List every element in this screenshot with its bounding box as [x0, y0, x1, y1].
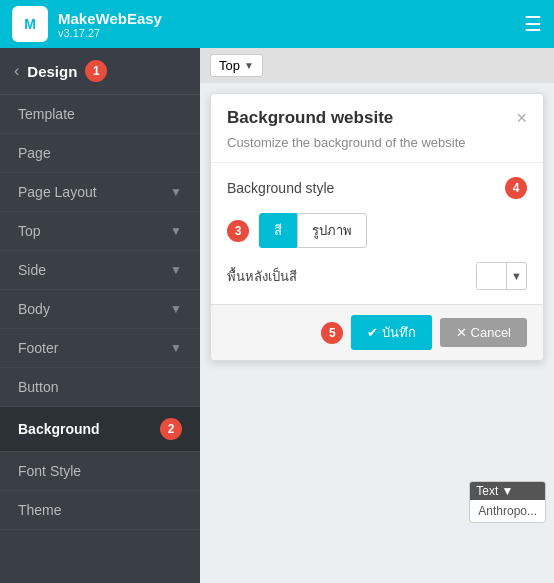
background-style-label: Background style: [227, 180, 495, 196]
style-image-button[interactable]: รูปภาพ: [297, 213, 367, 248]
color-dropdown-icon[interactable]: ▼: [507, 270, 526, 282]
arrow-icon: ▼: [170, 224, 182, 238]
dropdown-arrow-icon: ▼: [244, 60, 254, 71]
background-style-row: Background style 4: [227, 177, 527, 199]
main-layout: ‹ Design 1 Template Page Page Layout ▼ T…: [0, 48, 554, 583]
brand-version: v3.17.27: [58, 27, 162, 39]
text-widget-header: Text ▼: [470, 482, 545, 500]
sidebar: ‹ Design 1 Template Page Page Layout ▼ T…: [0, 48, 200, 583]
modal-footer: 5 ✔ บันทึก ✕ Cancel: [211, 304, 543, 360]
menu-icon[interactable]: ☰: [524, 12, 542, 36]
top-bar: Top ▼: [200, 48, 554, 83]
modal-subtitle: Customize the background of the website: [211, 135, 543, 163]
sidebar-item-button[interactable]: Button: [0, 368, 200, 407]
app-logo: M: [12, 6, 48, 42]
modal-title: Background website: [227, 108, 393, 128]
save-button[interactable]: ✔ บันทึก: [351, 315, 432, 350]
badge-4: 4: [505, 177, 527, 199]
brand-info: MakeWebEasy v3.17.27: [58, 10, 162, 39]
arrow-icon: ▼: [170, 302, 182, 316]
background-modal: Background website × Customize the backg…: [210, 93, 544, 361]
sidebar-item-background[interactable]: Background 2: [0, 407, 200, 452]
bg-color-row: พื้นหลังเป็นสี ▼: [227, 262, 527, 290]
sidebar-item-font-style[interactable]: Font Style: [0, 452, 200, 491]
sidebar-item-theme[interactable]: Theme: [0, 491, 200, 530]
style-color-button[interactable]: สี: [259, 213, 297, 248]
sidebar-back-button[interactable]: ‹ Design 1: [0, 48, 200, 95]
style-buttons-row: 3 สี รูปภาพ: [227, 213, 527, 248]
main-content: Top ▼ Background website × Customize the…: [200, 48, 554, 583]
badge-5: 5: [321, 322, 343, 344]
bg-color-label: พื้นหลังเป็นสี: [227, 266, 468, 287]
color-swatch: [477, 263, 507, 289]
app-header: M MakeWebEasy v3.17.27 ☰: [0, 0, 554, 48]
modal-body: Background style 4 3 สี รูปภาพ พื้นหลังเ…: [211, 163, 543, 304]
sidebar-item-footer[interactable]: Footer ▼: [0, 329, 200, 368]
modal-close-button[interactable]: ×: [516, 108, 527, 129]
sidebar-item-page-layout[interactable]: Page Layout ▼: [0, 173, 200, 212]
top-dropdown-label: Top: [219, 58, 240, 73]
badge-2: 2: [160, 418, 182, 440]
sidebar-item-body[interactable]: Body ▼: [0, 290, 200, 329]
cancel-button[interactable]: ✕ Cancel: [440, 318, 527, 347]
style-toggle-group: สี รูปภาพ: [259, 213, 367, 248]
badge-1: 1: [85, 60, 107, 82]
text-widget: Text ▼ Anthropo...: [469, 481, 546, 523]
arrow-icon: ▼: [170, 185, 182, 199]
brand-name: MakeWebEasy: [58, 10, 162, 27]
arrow-icon: ▼: [170, 263, 182, 277]
back-chevron-icon: ‹: [14, 62, 19, 80]
sidebar-item-template[interactable]: Template: [0, 95, 200, 134]
sidebar-item-top[interactable]: Top ▼: [0, 212, 200, 251]
sidebar-item-page[interactable]: Page: [0, 134, 200, 173]
sidebar-item-side[interactable]: Side ▼: [0, 251, 200, 290]
sidebar-section-title: Design: [27, 63, 77, 80]
arrow-icon: ▼: [170, 341, 182, 355]
modal-header: Background website ×: [211, 94, 543, 135]
text-widget-content: Anthropo...: [478, 504, 537, 518]
badge-3: 3: [227, 220, 249, 242]
color-picker[interactable]: ▼: [476, 262, 527, 290]
top-dropdown[interactable]: Top ▼: [210, 54, 263, 77]
